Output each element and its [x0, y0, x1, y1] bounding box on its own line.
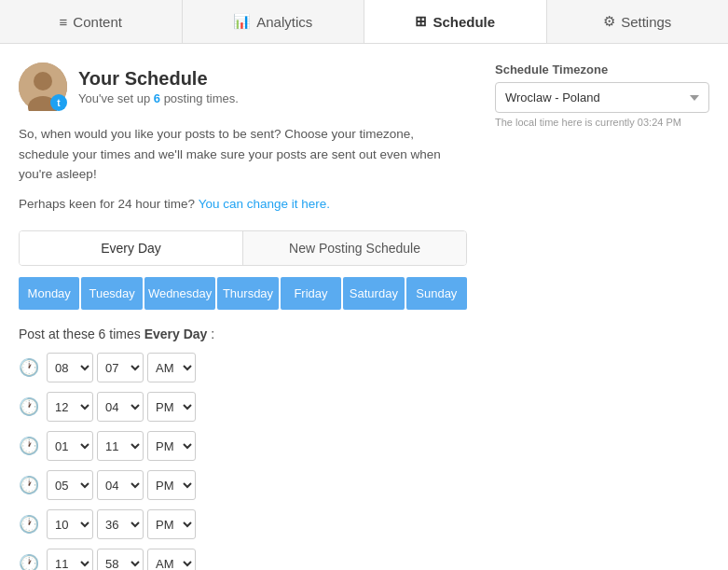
day-tuesday[interactable]: Tuesday: [81, 277, 142, 310]
settings-icon: ⚙: [603, 13, 615, 30]
description-main: So, when would you like your posts to be…: [19, 124, 467, 185]
clock-icon: 🕐: [19, 396, 39, 417]
local-time-text: The local time here is currently 03:24 P…: [495, 117, 709, 128]
clock-icon: 🕐: [19, 436, 39, 456]
ampm-select[interactable]: AMPM: [147, 392, 196, 422]
time-row: 🕐010203040506070809101112000102030405060…: [19, 509, 467, 539]
clock-icon: 🕐: [19, 553, 39, 570]
clock-icon: 🕐: [19, 475, 39, 495]
avatar: t: [19, 63, 67, 111]
time-row: 🕐010203040506070809101112000102030405060…: [19, 353, 467, 382]
minute-select[interactable]: 0001020304050607080910111213141516171819…: [97, 470, 144, 500]
minute-select[interactable]: 0001020304050607080910111213141516171819…: [97, 431, 144, 461]
day-thursday[interactable]: Thursday: [217, 277, 278, 310]
minute-select[interactable]: 0001020304050607080910111213141516171819…: [97, 392, 144, 422]
time-row: 🕐010203040506070809101112000102030405060…: [19, 549, 467, 570]
hour-select[interactable]: 010203040506070809101112: [47, 470, 93, 500]
right-panel: Schedule Timezone Wroclaw - Poland The l…: [495, 63, 709, 570]
profile-subtitle: You've set up 6 posting times.: [78, 91, 239, 105]
minute-select[interactable]: 0001020304050607080910111213141516171819…: [97, 549, 144, 570]
change-link[interactable]: You can change it here.: [199, 197, 330, 211]
analytics-icon: 📊: [233, 13, 251, 30]
description-change: Perhaps keen for 24 hour time? You can c…: [19, 194, 467, 215]
ampm-select[interactable]: AMPM: [147, 470, 196, 500]
ampm-select[interactable]: AMPM: [147, 353, 196, 382]
inner-tab-new-posting[interactable]: New Posting Schedule: [243, 231, 466, 265]
profile-header: t Your Schedule You've set up 6 posting …: [19, 63, 467, 111]
ampm-select[interactable]: AMPM: [147, 509, 196, 539]
timezone-select[interactable]: Wroclaw - Poland: [495, 82, 709, 113]
left-panel: t Your Schedule You've set up 6 posting …: [19, 63, 467, 570]
tab-content[interactable]: ≡ Content: [0, 0, 183, 43]
content-icon: ≡: [60, 14, 68, 30]
time-row: 🕐010203040506070809101112000102030405060…: [19, 431, 467, 461]
inner-tab-every-day[interactable]: Every Day: [20, 231, 243, 265]
hour-select[interactable]: 010203040506070809101112: [47, 353, 93, 382]
hour-select[interactable]: 010203040506070809101112: [47, 392, 93, 422]
svg-point-1: [34, 72, 52, 90]
schedule-icon: ⊞: [415, 13, 427, 30]
tab-analytics[interactable]: 📊 Analytics: [183, 0, 365, 43]
post-times-label: Post at these 6 times Every Day :: [19, 327, 467, 341]
time-row: 🕐010203040506070809101112000102030405060…: [19, 470, 467, 500]
tab-settings[interactable]: ⚙ Settings: [547, 0, 729, 43]
day-sunday[interactable]: Sunday: [406, 277, 467, 310]
ampm-select[interactable]: AMPM: [147, 549, 196, 570]
tab-schedule[interactable]: ⊞ Schedule: [364, 0, 547, 43]
hour-select[interactable]: 010203040506070809101112: [47, 509, 93, 539]
timezone-label: Schedule Timezone: [495, 63, 709, 76]
hour-select[interactable]: 010203040506070809101112: [47, 549, 93, 570]
ampm-select[interactable]: AMPM: [147, 431, 196, 461]
minute-select[interactable]: 0001020304050607080910111213141516171819…: [97, 353, 144, 382]
day-friday[interactable]: Friday: [281, 277, 341, 310]
clock-icon: 🕐: [19, 514, 39, 535]
day-buttons: Monday Tuesday Wednesday Thursday Friday…: [19, 277, 467, 310]
clock-icon: 🕐: [19, 357, 39, 378]
day-wednesday[interactable]: Wednesday: [144, 277, 215, 310]
day-saturday[interactable]: Saturday: [343, 277, 404, 310]
day-monday[interactable]: Monday: [19, 277, 79, 310]
twitter-badge: t: [50, 94, 67, 111]
inner-tabs: Every Day New Posting Schedule: [19, 230, 467, 266]
top-nav-tabs: ≡ Content 📊 Analytics ⊞ Schedule ⚙ Setti…: [0, 0, 728, 44]
time-rows: 🕐010203040506070809101112000102030405060…: [19, 353, 467, 570]
profile-title: Your Schedule: [78, 68, 239, 90]
main-content: t Your Schedule You've set up 6 posting …: [0, 44, 728, 570]
minute-select[interactable]: 0001020304050607080910111213141516171819…: [97, 509, 144, 539]
hour-select[interactable]: 010203040506070809101112: [47, 431, 93, 461]
time-row: 🕐010203040506070809101112000102030405060…: [19, 392, 467, 422]
profile-info: Your Schedule You've set up 6 posting ti…: [78, 68, 239, 105]
